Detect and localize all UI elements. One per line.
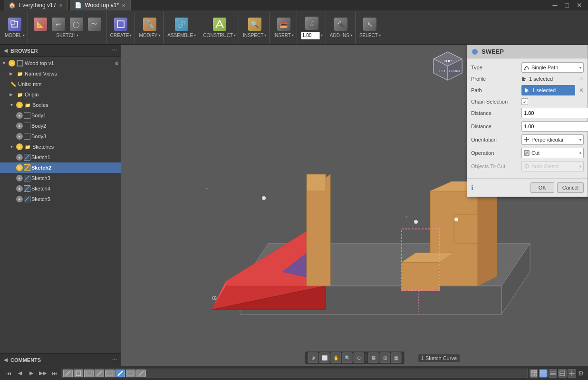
tree-body2[interactable]: ● Body2 <box>0 121 121 131</box>
body2-eye[interactable]: ● <box>16 123 23 129</box>
origin-arrow[interactable]: ▶ <box>10 92 15 97</box>
profile-clear-btn[interactable]: ✕ <box>579 76 584 82</box>
path-clear-btn[interactable]: ✕ <box>579 87 584 94</box>
tree-sketch2[interactable]: ● Sketch2 <box>0 162 121 173</box>
timeline-item-0[interactable] <box>63 370 73 377</box>
tab-everything-close[interactable]: ✕ <box>59 3 63 8</box>
body3-eye[interactable]: ● <box>16 133 23 140</box>
tree-root[interactable]: ▼ ● Wood top v1 ⚙ <box>0 58 121 68</box>
vp-zoom-btn[interactable]: 🔍 <box>342 352 353 363</box>
toolbar-insert-btn[interactable]: 📥 <box>275 17 292 32</box>
tree-named-views[interactable]: ▶ 📁 Named Views <box>0 68 121 79</box>
tree-sketch4[interactable]: ● Sketch4 <box>0 183 121 194</box>
toolbar-create-btn[interactable] <box>112 17 129 32</box>
chain-checkbox[interactable]: ✓ <box>521 98 528 105</box>
timeline-play-btn[interactable]: ▶ <box>27 369 36 378</box>
vp-view-btn[interactable]: ▦ <box>391 352 402 363</box>
sketch1-eye[interactable]: ● <box>16 154 23 161</box>
body1-eye[interactable]: ● <box>16 112 23 119</box>
sweep-cancel-btn[interactable]: Cancel <box>557 182 584 193</box>
sweep-type-dropdown[interactable]: Single Path ▾ <box>521 62 584 73</box>
comments-settings[interactable]: ⋯ <box>112 357 117 362</box>
tree-sketch3[interactable]: ● Sketch3 <box>0 173 121 183</box>
make-input[interactable] <box>301 32 320 39</box>
toolbar-construct-btn[interactable] <box>211 17 228 32</box>
timeline-view-btn3[interactable] <box>549 369 557 378</box>
toolbar-assemble-btn[interactable]: 🔗 <box>173 17 190 32</box>
sweep-info-btn[interactable]: ℹ <box>471 184 473 191</box>
vp-hand-btn[interactable]: ✋ <box>331 352 341 363</box>
maximize-btn[interactable]: □ <box>563 1 571 9</box>
named-views-arrow[interactable]: ▶ <box>10 71 15 76</box>
tree-body1[interactable]: ● Body1 <box>0 110 121 121</box>
comments-collapse[interactable]: ◀ <box>4 357 8 362</box>
nav-cube[interactable]: TOP LEFT FRONT <box>431 49 460 78</box>
tree-sketch1[interactable]: ● Sketch1 <box>0 152 121 162</box>
sketch-spline-btn[interactable]: 〜 <box>86 17 103 32</box>
tree-sketch5[interactable]: ● Sketch5 <box>0 194 121 204</box>
timeline-item-5[interactable] <box>116 370 125 377</box>
sweep-ok-btn[interactable]: OK <box>530 182 554 193</box>
tree-root-arrow[interactable]: ▼ <box>2 61 8 66</box>
timeline-view-btn4[interactable] <box>558 369 567 378</box>
tree-body3[interactable]: ● Body3 <box>0 131 121 142</box>
close-btn[interactable]: ✕ <box>575 1 584 9</box>
tree-units[interactable]: 📏 Units: mm <box>0 79 121 89</box>
timeline-view-btn5[interactable] <box>568 369 576 378</box>
sketch-create-btn[interactable]: 📐 <box>32 17 49 32</box>
tree-sketches[interactable]: ▼ ● 📁 Sketches <box>0 142 121 152</box>
timeline-prev-btn[interactable]: ◀ <box>15 369 25 378</box>
tree-root-gear[interactable]: ⚙ <box>115 61 119 66</box>
timeline-item-6[interactable] <box>126 370 135 377</box>
vp-grid-btn[interactable]: ⊞ <box>380 352 390 363</box>
browser-collapse-btn[interactable]: ◀ <box>4 48 8 53</box>
timeline-item-4[interactable] <box>105 370 115 377</box>
sketch-stop-btn[interactable]: ↩ <box>50 17 67 32</box>
bodies-arrow[interactable]: ▼ <box>10 103 15 107</box>
minimize-btn[interactable]: ─ <box>551 1 559 9</box>
tree-root-eye[interactable]: ● <box>9 60 15 66</box>
timeline-next-btn[interactable]: ▶▶ <box>38 369 48 378</box>
orientation-dropdown[interactable]: Perpendicular ▾ <box>521 134 584 145</box>
operation-dropdown[interactable]: Cut ▾ <box>521 148 584 158</box>
sweep-distance1-control: ▾ <box>521 108 588 118</box>
sketch-circle-btn[interactable]: ◯ <box>68 17 85 32</box>
toolbar-inspect-btn[interactable]: 🔍 <box>246 17 263 32</box>
distance1-input[interactable] <box>521 108 588 118</box>
timeline-item-3[interactable] <box>95 370 104 377</box>
toolbar-modify-btn[interactable]: 🔧 <box>141 17 158 32</box>
vp-box-btn[interactable]: ⬜ <box>319 352 330 363</box>
vp-pan-btn[interactable]: ⊕ <box>308 352 318 363</box>
tab-everything[interactable]: 🏠 Everything v17 ✕ <box>4 0 68 10</box>
timeline-item-1[interactable] <box>74 370 83 377</box>
timeline-settings-btn[interactable]: ⚙ <box>578 370 584 377</box>
browser-settings-icon[interactable]: ⋯ <box>112 48 117 54</box>
sketches-arrow[interactable]: ▼ <box>10 144 15 149</box>
timeline-view-btn1[interactable] <box>530 369 538 378</box>
toolbar-model-btn[interactable] <box>6 17 23 32</box>
distance2-input[interactable] <box>521 121 588 132</box>
tree-origin[interactable]: ▶ 📁 Origin <box>0 89 121 100</box>
timeline-view-btn2[interactable] <box>539 369 548 378</box>
path-selected-area[interactable]: 1 selected <box>521 85 575 95</box>
tab-woodtop[interactable]: 📄 Wood top v1* ✕ <box>70 0 131 10</box>
bodies-eye[interactable]: ● <box>16 102 23 108</box>
toolbar-select-btn[interactable]: ↖ <box>361 17 378 32</box>
sketch2-eye[interactable]: ● <box>16 164 23 171</box>
timeline-end-btn[interactable]: ⏭ <box>49 369 59 378</box>
timeline-start-btn[interactable]: ⏮ <box>4 369 13 378</box>
toolbar-addins-btn[interactable]: 🔌 <box>332 17 349 32</box>
sketch5-eye[interactable]: ● <box>16 196 23 202</box>
viewport[interactable]: ⊕ TOP LEFT FRONT SWEEP <box>121 45 588 366</box>
sketch4-eye[interactable]: ● <box>16 185 23 192</box>
tab-woodtop-close[interactable]: ✕ <box>122 3 125 8</box>
vp-fit-btn[interactable]: ⊙ <box>354 352 364 363</box>
sketch3-eye[interactable]: ● <box>16 175 23 181</box>
toolbar-make-btn[interactable]: 🖨 <box>303 16 320 31</box>
make-dropdown-arrow[interactable]: ▾ <box>321 33 323 38</box>
tree-bodies[interactable]: ▼ ● 📁 Bodies <box>0 100 121 110</box>
timeline-item-7[interactable] <box>136 370 146 377</box>
sketches-eye[interactable]: ● <box>16 143 23 150</box>
timeline-item-2[interactable] <box>84 370 94 377</box>
vp-display-btn[interactable]: 🖥 <box>368 352 379 363</box>
